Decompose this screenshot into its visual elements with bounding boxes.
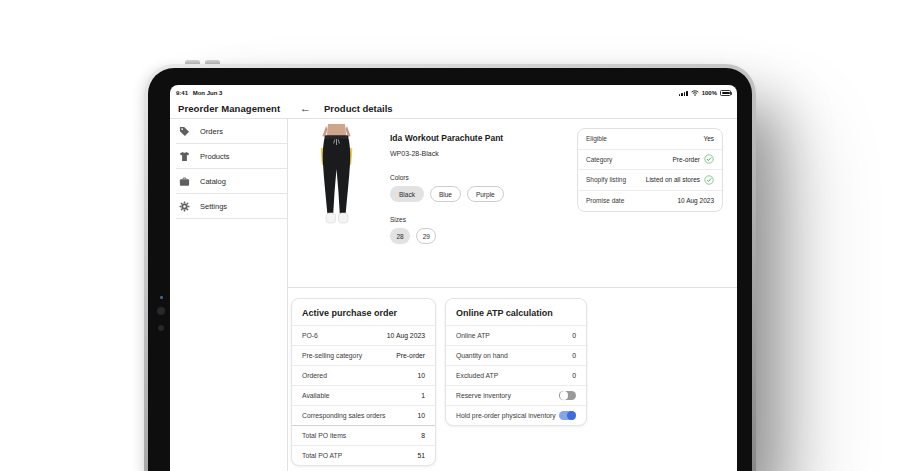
product-info: Ida Workout Parachute Pant WP03-28-Black… xyxy=(390,133,504,244)
color-options: Black Blue Purple xyxy=(390,186,504,202)
color-chip-purple[interactable]: Purple xyxy=(467,186,504,202)
shirt-icon xyxy=(178,151,190,163)
size-options: 28 29 xyxy=(390,228,504,244)
row-value: 0 xyxy=(572,352,576,359)
row-value: Pre-order xyxy=(396,352,425,359)
main-content: Ida Workout Parachute Pant WP03-28-Black… xyxy=(288,119,737,471)
app-header: Preorder Management ← Product details xyxy=(170,99,737,119)
app-title: Preorder Management xyxy=(170,103,288,114)
sidebar-item-settings[interactable]: Settings xyxy=(170,194,287,219)
battery-percentage: 100% xyxy=(702,90,717,96)
size-chip-29[interactable]: 29 xyxy=(416,228,436,244)
briefcase-icon xyxy=(178,176,190,188)
po-row-total-items: Total PO items 8 xyxy=(292,425,435,445)
sidebar-item-label: Products xyxy=(200,152,230,161)
camera-sensor-dot xyxy=(160,296,163,299)
po-row: Ordered 10 xyxy=(292,365,435,385)
atp-row: Excluded ATP 0 xyxy=(446,365,586,385)
row-label: Total PO ATP xyxy=(302,452,342,459)
po-row: Pre-selling category Pre-order xyxy=(292,345,435,365)
row-value: 1 xyxy=(421,392,425,399)
row-label: Reserve inventory xyxy=(456,392,511,399)
size-chip-28[interactable]: 28 xyxy=(390,228,410,244)
row-label: Available xyxy=(302,392,329,399)
color-chip-blue[interactable]: Blue xyxy=(430,186,461,202)
row-value: 8 xyxy=(421,432,425,439)
battery-icon xyxy=(720,90,731,96)
status-date: Mon Jun 3 xyxy=(193,90,223,96)
app-screen: 9:41 Mon Jun 3 100% Preorder Management xyxy=(170,85,737,471)
eligibility-card: Eligible Yes Category Pre-order Shopify … xyxy=(577,128,723,212)
row-label: Pre-selling category xyxy=(302,352,362,359)
row-label: Quantity on hand xyxy=(456,352,508,359)
sidebar-item-label: Catalog xyxy=(200,177,226,186)
wifi-icon xyxy=(691,90,699,96)
row-label: Total PO items xyxy=(302,432,346,439)
row-value: 10 Aug 2023 xyxy=(677,197,714,204)
product-sku: WP03-28-Black xyxy=(390,150,504,157)
row-value: 10 Aug 2023 xyxy=(387,332,425,339)
row-value: 10 xyxy=(417,372,425,379)
row-label: Hold pre-order physical inventory xyxy=(456,412,556,419)
po-row: Corresponding sales orders 10 xyxy=(292,405,435,425)
eligibility-row-eligible: Eligible Yes xyxy=(578,129,722,150)
page: 9:41 Mon Jun 3 100% Preorder Management xyxy=(0,0,900,471)
atp-row: Online ATP 0 xyxy=(446,325,586,345)
sidebar: Orders Products Catalog xyxy=(170,119,288,471)
page-header: ← Product details xyxy=(288,103,393,114)
eligibility-row-promise-date: Promise date 10 Aug 2023 xyxy=(578,191,722,212)
product-title: Ida Workout Parachute Pant xyxy=(390,133,504,143)
row-label: Ordered xyxy=(302,372,327,379)
camera-lens-icon xyxy=(158,325,164,331)
row-label: Promise date xyxy=(586,197,624,204)
po-row-total-atp: Total PO ATP 51 xyxy=(292,445,435,465)
row-label: Excluded ATP xyxy=(456,372,498,379)
row-value: 0 xyxy=(572,372,576,379)
row-value: 51 xyxy=(417,452,425,459)
row-value: Listed on all stores xyxy=(646,176,700,183)
online-atp-card: Online ATP calculation Online ATP 0 Quan… xyxy=(445,298,587,426)
row-value: Yes xyxy=(703,135,714,142)
row-label: PO-6 xyxy=(302,332,318,339)
reserve-inventory-toggle[interactable] xyxy=(559,391,576,401)
card-title: Online ATP calculation xyxy=(446,299,586,325)
eligibility-row-category: Category Pre-order xyxy=(578,150,722,171)
eligibility-row-shopify-listing: Shopify listing Listed on all stores xyxy=(578,170,722,191)
color-chip-black[interactable]: Black xyxy=(390,186,424,202)
card-title: Active purchase order xyxy=(292,299,435,325)
tag-icon xyxy=(178,126,190,138)
colors-label: Colors xyxy=(390,174,504,181)
atp-row-hold-inventory: Hold pre-order physical inventory xyxy=(446,405,586,425)
row-label: Category xyxy=(586,156,612,163)
sidebar-item-orders[interactable]: Orders xyxy=(170,119,287,144)
back-button[interactable]: ← xyxy=(300,103,311,114)
cellular-signal-icon xyxy=(679,91,688,96)
check-circle-icon xyxy=(704,154,714,164)
row-value: 0 xyxy=(572,332,576,339)
status-bar: 9:41 Mon Jun 3 100% xyxy=(170,85,737,99)
row-label: Shopify listing xyxy=(586,176,626,183)
sidebar-item-catalog[interactable]: Catalog xyxy=(170,169,287,194)
status-time: 9:41 xyxy=(176,90,188,96)
page-title: Product details xyxy=(324,103,393,114)
product-photo xyxy=(306,124,367,232)
active-purchase-order-card: Active purchase order PO-6 10 Aug 2023 P… xyxy=(291,298,436,466)
status-indicators: 100% xyxy=(679,90,731,96)
sizes-label: Sizes xyxy=(390,216,504,223)
row-label: Eligible xyxy=(586,135,607,142)
row-value: 10 xyxy=(417,412,425,419)
row-value: Pre-order xyxy=(673,156,700,163)
po-row: Available 1 xyxy=(292,385,435,405)
hold-preorder-inventory-toggle[interactable] xyxy=(559,411,576,421)
sidebar-item-products[interactable]: Products xyxy=(170,144,287,169)
check-circle-icon xyxy=(704,175,714,185)
row-label: Online ATP xyxy=(456,332,490,339)
product-section: Ida Workout Parachute Pant WP03-28-Black… xyxy=(288,119,737,288)
front-camera-icon xyxy=(157,307,165,315)
row-label: Corresponding sales orders xyxy=(302,412,386,419)
atp-row-reserve-inventory: Reserve inventory xyxy=(446,385,586,405)
status-time-date: 9:41 Mon Jun 3 xyxy=(176,90,225,96)
gear-icon xyxy=(178,201,190,213)
sidebar-item-label: Orders xyxy=(200,127,223,136)
cards-section: Active purchase order PO-6 10 Aug 2023 P… xyxy=(288,288,737,471)
